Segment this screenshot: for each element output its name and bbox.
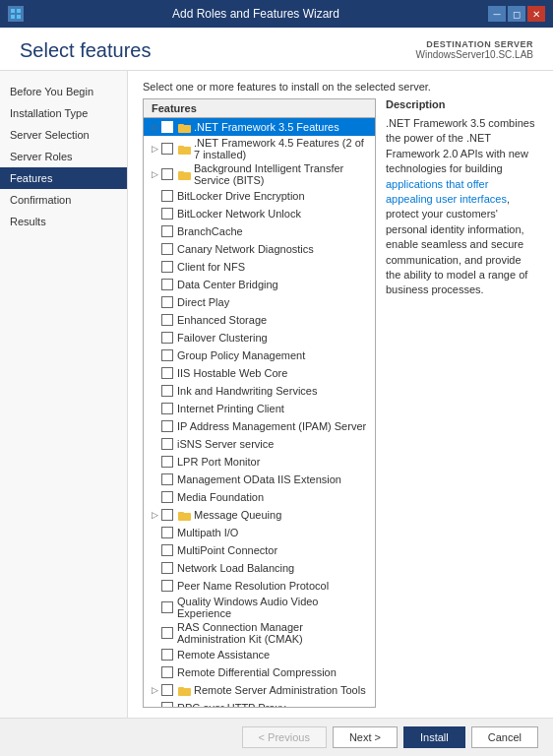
content-area: Before You BeginInstallation TypeServer …: [0, 71, 553, 718]
sidebar-item-confirmation[interactable]: Confirmation: [0, 189, 127, 211]
description-content: .NET Framework 3.5 combines the power of…: [386, 117, 534, 295]
checkbox-5[interactable]: [161, 208, 173, 220]
feature-item-5[interactable]: BitLocker Network Unlock: [144, 205, 375, 222]
cancel-button[interactable]: Cancel: [471, 726, 538, 748]
feature-item-14[interactable]: IIS Hostable Web Core: [144, 364, 375, 382]
checkbox-16[interactable]: [161, 403, 173, 414]
feature-item-16[interactable]: Internet Printing Client: [144, 400, 375, 417]
previous-button[interactable]: < Previous: [242, 726, 327, 748]
checkbox-6[interactable]: [161, 225, 173, 237]
feature-item-32[interactable]: RPC over HTTP Proxy: [144, 699, 375, 707]
checkbox-21[interactable]: [161, 491, 173, 503]
expand-icon-31[interactable]: ▷: [148, 683, 161, 697]
feature-label-21: Media Foundation: [177, 491, 371, 503]
svg-rect-9: [178, 171, 184, 174]
feature-item-19[interactable]: LPR Port Monitor: [144, 453, 375, 471]
checkbox-28[interactable]: [161, 627, 173, 639]
checkbox-23[interactable]: [161, 527, 173, 538]
feature-item-15[interactable]: Ink and Handwriting Services: [144, 382, 375, 400]
checkbox-9[interactable]: [161, 279, 173, 290]
checkbox-24[interactable]: [161, 544, 173, 556]
feature-item-26[interactable]: Peer Name Resolution Protocol: [144, 577, 375, 595]
feature-item-25[interactable]: Network Load Balancing: [144, 559, 375, 577]
checkbox-32[interactable]: [161, 702, 173, 707]
feature-label-2: .NET Framework 4.5 Features (2 of 7 inst…: [194, 137, 371, 160]
sidebar-item-server-roles[interactable]: Server Roles: [0, 146, 127, 167]
feature-item-11[interactable]: Enhanced Storage: [144, 311, 375, 329]
feature-label-9: Data Center Bridging: [177, 279, 371, 290]
sidebar-item-installation-type[interactable]: Installation Type: [0, 102, 127, 124]
feature-label-20: Management OData IIS Extension: [177, 473, 371, 485]
checkbox-7[interactable]: [161, 243, 173, 255]
feature-label-28: RAS Connection Manager Administration Ki…: [177, 621, 371, 645]
restore-button[interactable]: ◻: [508, 6, 525, 22]
features-list[interactable]: ▷.NET Framework 3.5 Features▷.NET Framew…: [144, 118, 375, 707]
feature-item-6[interactable]: BranchCache: [144, 222, 375, 240]
checkbox-2[interactable]: [161, 143, 173, 155]
checkbox-3[interactable]: [161, 168, 173, 180]
feature-item-7[interactable]: Canary Network Diagnostics: [144, 240, 375, 258]
feature-item-21[interactable]: Media Foundation: [144, 488, 375, 506]
checkbox-8[interactable]: [161, 261, 173, 273]
expand-icon-2[interactable]: ▷: [148, 142, 161, 156]
checkbox-20[interactable]: [161, 473, 173, 485]
checkbox-30[interactable]: [161, 666, 173, 678]
feature-item-28[interactable]: RAS Connection Manager Administration Ki…: [144, 620, 375, 646]
checkbox-18[interactable]: [161, 438, 173, 450]
next-button[interactable]: Next >: [333, 726, 398, 748]
feature-label-12: Failover Clustering: [177, 332, 371, 344]
feature-label-32: RPC over HTTP Proxy: [177, 702, 371, 707]
expand-icon-1[interactable]: ▷: [148, 120, 161, 134]
sidebar-item-features[interactable]: Features: [0, 167, 127, 189]
feature-item-20[interactable]: Management OData IIS Extension: [144, 471, 375, 488]
checkbox-26[interactable]: [161, 580, 173, 592]
feature-item-23[interactable]: Multipath I/O: [144, 524, 375, 541]
checkbox-17[interactable]: [161, 420, 173, 432]
feature-label-25: Network Load Balancing: [177, 562, 371, 574]
checkbox-14[interactable]: [161, 367, 173, 379]
checkbox-31[interactable]: [161, 684, 173, 696]
checkbox-27[interactable]: [161, 601, 173, 613]
sidebar-item-results[interactable]: Results: [0, 211, 127, 232]
checkbox-22[interactable]: [161, 509, 173, 521]
feature-item-31[interactable]: ▷Remote Server Administration Tools: [144, 681, 375, 699]
minimize-button[interactable]: ─: [488, 6, 506, 22]
checkbox-12[interactable]: [161, 332, 173, 344]
checkbox-11[interactable]: [161, 314, 173, 326]
checkbox-15[interactable]: [161, 385, 173, 397]
destination-label: DESTINATION SERVER: [416, 39, 534, 49]
feature-item-10[interactable]: Direct Play: [144, 293, 375, 311]
checkbox-10[interactable]: [161, 296, 173, 308]
checkbox-25[interactable]: [161, 562, 173, 574]
expand-icon-22[interactable]: ▷: [148, 508, 161, 522]
feature-item-2[interactable]: ▷.NET Framework 4.5 Features (2 of 7 ins…: [144, 136, 375, 161]
feature-label-26: Peer Name Resolution Protocol: [177, 580, 371, 592]
feature-item-3[interactable]: ▷Background Intelligent Transfer Service…: [144, 161, 375, 187]
expand-icon-3[interactable]: ▷: [148, 167, 161, 181]
feature-item-27[interactable]: Quality Windows Audio Video Experience: [144, 595, 375, 620]
feature-item-8[interactable]: Client for NFS: [144, 258, 375, 276]
feature-item-9[interactable]: Data Center Bridging: [144, 276, 375, 293]
feature-item-1[interactable]: ▷.NET Framework 3.5 Features: [144, 118, 375, 136]
checkbox-4[interactable]: [161, 190, 173, 202]
sidebar-item-before-you-begin[interactable]: Before You Begin: [0, 81, 127, 102]
checkbox-29[interactable]: [161, 649, 173, 661]
feature-item-18[interactable]: iSNS Server service: [144, 435, 375, 453]
feature-item-22[interactable]: ▷Message Queuing: [144, 506, 375, 524]
feature-item-17[interactable]: IP Address Management (IPAM) Server: [144, 417, 375, 435]
main-container: Select features DESTINATION SERVER Windo…: [0, 28, 553, 756]
feature-label-24: MultiPoint Connector: [177, 544, 371, 556]
feature-item-30[interactable]: Remote Differential Compression: [144, 663, 375, 681]
install-button[interactable]: Install: [403, 726, 465, 748]
sidebar-item-server-selection[interactable]: Server Selection: [0, 124, 127, 146]
feature-item-24[interactable]: MultiPoint Connector: [144, 541, 375, 559]
feature-item-13[interactable]: Group Policy Management: [144, 346, 375, 364]
feature-item-4[interactable]: BitLocker Drive Encryption: [144, 187, 375, 205]
folder-icon-3: [177, 167, 191, 181]
checkbox-19[interactable]: [161, 456, 173, 468]
feature-item-29[interactable]: Remote Assistance: [144, 646, 375, 663]
close-button[interactable]: ✕: [527, 6, 545, 22]
checkbox-1[interactable]: [161, 121, 173, 133]
feature-item-12[interactable]: Failover Clustering: [144, 329, 375, 346]
checkbox-13[interactable]: [161, 349, 173, 361]
